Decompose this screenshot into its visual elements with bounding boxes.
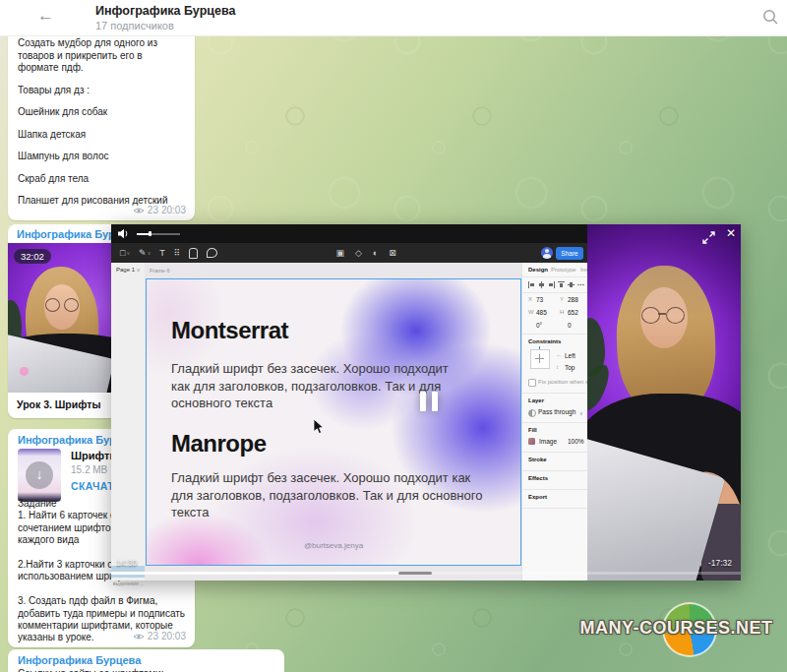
fix-position-checkbox[interactable] xyxy=(528,379,536,387)
frame-tool-icon[interactable]: □∨ xyxy=(120,248,130,258)
video-duration-badge: 32:02 xyxy=(14,249,51,264)
fill-image-swatch[interactable] xyxy=(528,438,535,445)
telegram-window: ← Инфографика Бурцева 17 подписчиков Соз… xyxy=(0,0,787,672)
close-icon[interactable]: ✕ xyxy=(726,226,736,240)
site-watermark-text: MANY-COURSES.NET xyxy=(566,618,787,639)
message-time: 20:03 xyxy=(161,631,186,641)
x-label: X xyxy=(528,296,532,302)
page-selector[interactable]: Page 1 ∨ xyxy=(116,267,140,273)
horizontal-constraint-icon: ↔ xyxy=(556,352,562,358)
view-vector-icon[interactable]: ◇ xyxy=(355,248,362,258)
pip-video-player[interactable]: □∨ ✎∨ T ⠿ ▣ ◇ ◐ ⊠ Share Page 1 ∨ выделен… xyxy=(111,224,741,580)
message-time: 20:03 xyxy=(161,205,186,215)
blend-mode-select[interactable]: Pass through xyxy=(538,408,575,415)
message-paragraph: Скраб для тела xyxy=(18,173,185,186)
search-icon[interactable] xyxy=(762,9,779,26)
speaker-icon[interactable] xyxy=(117,227,130,240)
pause-button[interactable] xyxy=(420,392,438,411)
plant-decor xyxy=(587,318,605,377)
chat-header: ← Инфографика Бурцева 17 подписчиков xyxy=(0,0,787,36)
task-line: добавить туда примеры и подписать xyxy=(18,608,187,620)
video-caption: Урок 3. Шрифты xyxy=(17,398,100,410)
laptop-sticker xyxy=(20,367,29,376)
fix-position-label: Fix position when scr... xyxy=(538,379,588,385)
person-hair xyxy=(614,264,717,416)
person-body xyxy=(587,394,741,580)
components-tool-icon[interactable]: ⠿ xyxy=(174,248,181,258)
message-text: Создать мудбор для одного из товаров и п… xyxy=(8,28,195,208)
h-value[interactable]: 652 xyxy=(568,309,578,316)
figma-inspector-panel: Design Prototype Ins X 73 Y 288 W 485 H … xyxy=(521,263,588,580)
x-value[interactable]: 73 xyxy=(536,296,543,303)
constraints-widget[interactable] xyxy=(530,349,550,369)
selected-frame[interactable]: Montserrat Гладкий шрифт без засечек. Хо… xyxy=(146,278,521,566)
message-meta: 23 20:03 xyxy=(133,631,186,641)
back-button[interactable]: ← xyxy=(37,6,54,26)
rotation-value[interactable]: 0° xyxy=(536,322,542,329)
chair xyxy=(701,504,741,580)
fill-type[interactable]: Image xyxy=(539,438,557,445)
tab-prototype[interactable]: Prototype xyxy=(551,267,576,273)
subscriber-count: 17 подписчиков xyxy=(95,20,174,31)
view-crop-icon[interactable]: ⊠ xyxy=(389,248,396,258)
vertical-constraint-select[interactable]: Top xyxy=(565,364,575,371)
align-top-icon[interactable] xyxy=(558,281,565,288)
share-button[interactable]: Share xyxy=(556,247,583,260)
constraints-section-label: Constraints xyxy=(528,338,561,344)
message-sender[interactable]: Инфографика Бурцева xyxy=(8,649,284,666)
align-left-icon[interactable] xyxy=(528,281,535,288)
y-label: Y xyxy=(560,296,564,302)
align-more-icon[interactable] xyxy=(577,281,584,288)
view-frame-icon[interactable]: ▣ xyxy=(335,248,344,258)
hand-tool-icon[interactable] xyxy=(189,248,198,259)
h-label: H xyxy=(560,309,564,315)
download-overlay-icon[interactable]: ↓ xyxy=(26,461,53,489)
figma-canvas[interactable]: Frame 6 Montserrat Гладкий шрифт без зас… xyxy=(145,263,521,580)
description-line: Гладкий шрифт без засечек. Хорошо подход… xyxy=(171,360,449,378)
presenter-video[interactable] xyxy=(587,224,741,580)
frame-name-label[interactable]: Frame 6 xyxy=(150,268,169,274)
views-count: 23 xyxy=(148,631,158,641)
align-center-h-icon[interactable] xyxy=(538,281,545,288)
message-paragraph: Шампунь для волос xyxy=(18,151,185,163)
glasses-lens xyxy=(45,298,60,312)
horizontal-constraint-select[interactable]: Left xyxy=(565,352,575,359)
author-credit: @burtseva.jenya xyxy=(147,541,520,550)
stroke-section-label: Stroke xyxy=(528,457,547,462)
comment-tool-icon[interactable] xyxy=(207,248,217,258)
expand-icon[interactable] xyxy=(701,230,716,245)
tab-design[interactable]: Design xyxy=(528,267,548,273)
channel-title[interactable]: Инфографика Бурцева xyxy=(95,4,235,18)
plant-decor xyxy=(587,359,616,415)
message-meta: 23 20:03 xyxy=(133,205,186,215)
file-size: 15.2 MB xyxy=(71,464,107,475)
volume-knob[interactable] xyxy=(149,231,151,236)
w-value[interactable]: 485 xyxy=(536,309,547,316)
message-paragraph: Шапка детская xyxy=(18,129,185,142)
align-middle-v-icon[interactable] xyxy=(568,281,575,288)
task-line xyxy=(18,583,187,595)
text-tool-icon[interactable]: T xyxy=(159,248,165,258)
message-paragraph: Создать мудбор для одного из товаров и п… xyxy=(18,37,185,75)
pen-tool-icon[interactable]: ✎∨ xyxy=(139,248,151,258)
seek-bar-handle[interactable] xyxy=(398,572,432,575)
layer-name-hint: выделения ... xyxy=(113,580,144,586)
y-value[interactable]: 288 xyxy=(568,296,578,303)
user-avatar[interactable] xyxy=(541,247,553,259)
views-eye-icon xyxy=(133,633,145,641)
export-section-label: Export xyxy=(528,494,547,500)
glasses-lens xyxy=(666,307,685,324)
task-line: 3. Создать пдф файл в Фигма, xyxy=(18,595,187,607)
links-message-bubble: Инфографика Бурцева Ссылки на сайты со ш… xyxy=(8,649,284,672)
corner-radius-value[interactable]: 0 xyxy=(568,322,572,329)
laptop xyxy=(587,432,725,580)
views-count: 23 xyxy=(148,205,158,215)
fill-opacity[interactable]: 100% xyxy=(568,438,584,445)
seek-bar-played xyxy=(111,572,400,575)
align-right-icon[interactable] xyxy=(548,281,555,288)
glasses-lens xyxy=(64,298,79,312)
player-top-bar xyxy=(111,224,587,243)
file-preview[interactable]: ↓ xyxy=(18,449,61,502)
description-line: Гладкий шрифт без засечек. Хорошо подход… xyxy=(171,469,482,487)
view-mask-icon[interactable]: ◐ xyxy=(373,248,378,258)
